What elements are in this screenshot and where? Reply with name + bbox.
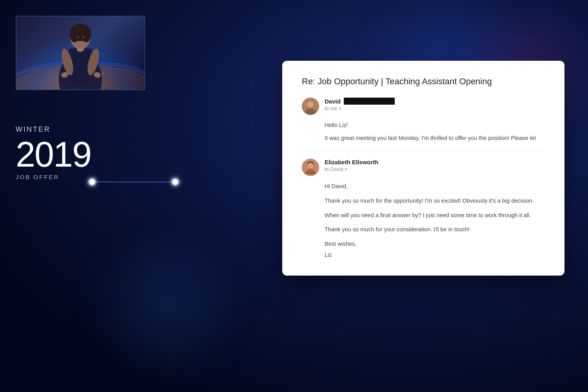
sender-info-david: David to me ▾	[325, 98, 545, 111]
to-line-david: to me ▾	[325, 105, 545, 111]
email-divider	[302, 151, 545, 151]
dropdown-arrow-liz[interactable]: ▾	[345, 167, 347, 171]
timeline-dot-left	[89, 179, 95, 185]
sender-name-david: David	[325, 98, 545, 105]
photo-placeholder	[16, 16, 144, 89]
email-body-david: Hello Liz! It was great meeting you last…	[302, 120, 545, 143]
person-silhouette	[43, 17, 118, 89]
sender-info-liz: Elizabeth Ellsworth to David ▾	[325, 159, 545, 172]
profile-photo	[16, 16, 145, 90]
year-label: 2019	[16, 137, 91, 172]
email-thread-first: David to me ▾ Hello Liz! It was great me…	[302, 98, 545, 143]
redacted-email-bar	[344, 98, 395, 105]
avatar-liz	[302, 159, 319, 176]
svg-point-50	[82, 36, 84, 38]
email-subject: Re: Job Opportunity | Teaching Assistant…	[302, 76, 545, 87]
svg-point-55	[80, 51, 81, 52]
liz-avatar-svg	[302, 159, 319, 176]
dropdown-arrow-david[interactable]: ▾	[339, 106, 341, 111]
to-line-liz: to David ▾	[325, 166, 545, 172]
timeline-dot-right	[172, 179, 178, 185]
sender-name-liz: Elizabeth Ellsworth	[325, 159, 545, 165]
svg-point-48	[82, 27, 91, 42]
email-thread-second: Elizabeth Ellsworth to David ▾ Hi David,…	[302, 159, 545, 260]
season-label: WINTER	[16, 125, 91, 134]
svg-point-49	[76, 36, 79, 38]
left-panel: WINTER 2019 JOB OFFER	[16, 125, 91, 180]
timeline-connector-line	[92, 181, 175, 182]
david-avatar-svg	[302, 98, 319, 115]
avatar-david	[302, 98, 319, 115]
email-header-liz: Elizabeth Ellsworth to David ▾	[302, 159, 545, 176]
svg-point-57	[307, 101, 314, 107]
event-label: JOB OFFER	[16, 174, 91, 180]
email-body-liz: Hi David, Thank you so much for the oppo…	[302, 181, 545, 260]
email-panel: Re: Job Opportunity | Teaching Assistant…	[282, 61, 564, 276]
email-header-david: David to me ▾	[302, 98, 545, 115]
svg-point-47	[70, 27, 79, 42]
bg-orb-3	[118, 255, 216, 353]
